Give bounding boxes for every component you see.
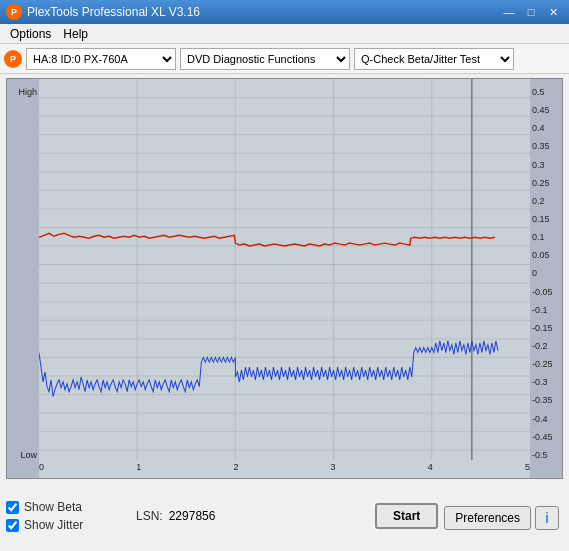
show-jitter-row: Show Jitter <box>6 518 116 532</box>
toolbar: P HA:8 ID:0 PX-760A DVD Diagnostic Funct… <box>0 44 569 74</box>
show-jitter-checkbox[interactable] <box>6 519 19 532</box>
app-title: PlexTools Professional XL V3.16 <box>27 5 200 19</box>
function-select[interactable]: DVD Diagnostic Functions <box>180 48 350 70</box>
window-controls: — □ ✕ <box>499 4 563 20</box>
x-label-2: 2 <box>233 462 238 478</box>
chart-y-right-axis: 0.5 0.45 0.4 0.35 0.3 0.25 0.2 0.15 0.1 … <box>530 79 562 478</box>
bottom-panel: Show Beta Show Jitter LSN: 2297856 Start… <box>6 485 563 547</box>
lsn-label: LSN: <box>136 509 163 523</box>
x-label-3: 3 <box>331 462 336 478</box>
show-beta-row: Show Beta <box>6 500 116 514</box>
drive-icon: P <box>4 50 22 68</box>
right-buttons: Start Preferences i <box>375 502 563 530</box>
x-label-5: 5 <box>525 462 530 478</box>
chart-y-left-axis: High Low <box>7 79 39 478</box>
title-bar-left: P PlexTools Professional XL V3.16 <box>6 4 200 20</box>
high-label: High <box>9 87 37 97</box>
app-icon: P <box>6 4 22 20</box>
show-beta-label: Show Beta <box>24 500 82 514</box>
show-jitter-label: Show Jitter <box>24 518 83 532</box>
drive-select[interactable]: HA:8 ID:0 PX-760A <box>26 48 176 70</box>
checkboxes-area: Show Beta Show Jitter <box>6 500 116 532</box>
low-label: Low <box>9 450 37 460</box>
chart-container: High Low <box>6 78 563 479</box>
x-label-4: 4 <box>428 462 433 478</box>
chart-plot-area: 0 1 2 3 4 5 <box>39 79 530 478</box>
info-button[interactable]: i <box>535 506 559 530</box>
maximize-button[interactable]: □ <box>521 4 541 20</box>
jitter-line <box>39 341 498 397</box>
minimize-button[interactable]: — <box>499 4 519 20</box>
lsn-area: LSN: 2297856 <box>116 509 375 523</box>
chart-x-labels: 0 1 2 3 4 5 <box>39 460 530 478</box>
menu-help[interactable]: Help <box>57 26 94 41</box>
close-button[interactable]: ✕ <box>543 4 563 20</box>
preferences-button[interactable]: Preferences <box>444 506 531 530</box>
menu-options[interactable]: Options <box>4 26 57 41</box>
x-label-1: 1 <box>136 462 141 478</box>
test-select[interactable]: Q-Check Beta/Jitter Test <box>354 48 514 70</box>
menu-bar: Options Help <box>0 24 569 44</box>
title-bar: P PlexTools Professional XL V3.16 — □ ✕ <box>0 0 569 24</box>
start-button[interactable]: Start <box>375 503 438 529</box>
x-label-0: 0 <box>39 462 44 478</box>
main-area: High Low <box>0 74 569 551</box>
show-beta-checkbox[interactable] <box>6 501 19 514</box>
lsn-value: 2297856 <box>169 509 216 523</box>
chart-svg <box>39 79 530 460</box>
beta-line <box>39 233 495 246</box>
